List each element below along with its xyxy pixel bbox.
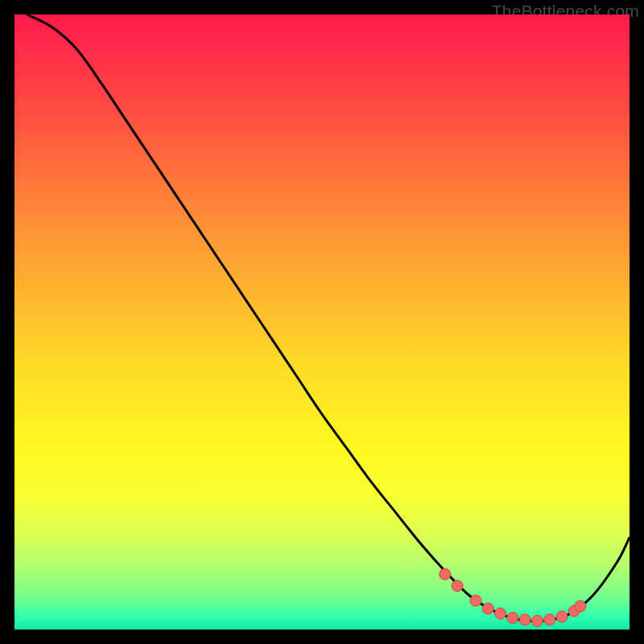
- curve-marker: [482, 603, 493, 614]
- curve-marker: [440, 568, 451, 580]
- curve-marker: [507, 612, 518, 623]
- curve-marker: [556, 611, 568, 622]
- marker-group: [440, 568, 586, 626]
- curve-marker: [544, 614, 555, 625]
- curve-marker: [531, 615, 543, 626]
- curve-marker: [452, 580, 463, 592]
- curve-marker: [495, 608, 506, 619]
- plot-area: [14, 14, 630, 630]
- chart-container: TheBottleneck.com: [0, 0, 644, 644]
- bottleneck-curve: [27, 14, 630, 621]
- curve-marker: [519, 614, 530, 625]
- curve-svg: [14, 14, 630, 630]
- curve-marker: [575, 601, 586, 612]
- curve-marker: [470, 595, 481, 606]
